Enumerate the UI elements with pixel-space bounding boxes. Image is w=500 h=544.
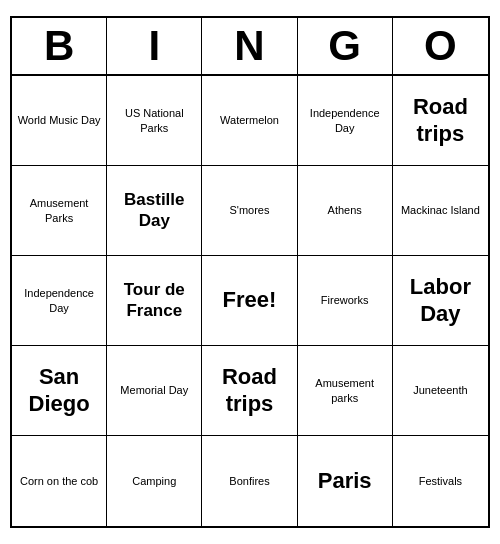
bingo-cell-1[interactable]: US National Parks [107,76,202,166]
cell-text-16: Memorial Day [120,383,188,397]
cell-text-5: Amusement Parks [16,196,102,225]
cell-text-18: Amusement parks [302,376,388,405]
bingo-cell-19[interactable]: Juneteenth [393,346,488,436]
bingo-cell-7[interactable]: S'mores [202,166,297,256]
bingo-cell-4[interactable]: Road trips [393,76,488,166]
bingo-card: B I N G O World Music DayUS National Par… [10,16,490,528]
bingo-cell-20[interactable]: Corn on the cob [12,436,107,526]
cell-text-2: Watermelon [220,113,279,127]
letter-i: I [107,18,202,74]
bingo-cell-18[interactable]: Amusement parks [298,346,393,436]
cell-text-21: Camping [132,474,176,488]
cell-text-24: Festivals [419,474,462,488]
cell-text-12: Free! [223,287,277,313]
bingo-cell-17[interactable]: Road trips [202,346,297,436]
cell-text-6: Bastille Day [111,190,197,231]
bingo-cell-14[interactable]: Labor Day [393,256,488,346]
bingo-grid: World Music DayUS National ParksWatermel… [12,76,488,526]
bingo-cell-16[interactable]: Memorial Day [107,346,202,436]
bingo-cell-22[interactable]: Bonfires [202,436,297,526]
bingo-cell-10[interactable]: Independence Day [12,256,107,346]
cell-text-20: Corn on the cob [20,474,98,488]
bingo-cell-6[interactable]: Bastille Day [107,166,202,256]
bingo-cell-0[interactable]: World Music Day [12,76,107,166]
letter-o: O [393,18,488,74]
cell-text-1: US National Parks [111,106,197,135]
bingo-cell-15[interactable]: San Diego [12,346,107,436]
bingo-cell-8[interactable]: Athens [298,166,393,256]
bingo-cell-9[interactable]: Mackinac Island [393,166,488,256]
cell-text-13: Fireworks [321,293,369,307]
cell-text-22: Bonfires [229,474,269,488]
cell-text-17: Road trips [206,364,292,417]
letter-b: B [12,18,107,74]
cell-text-10: Independence Day [16,286,102,315]
bingo-cell-11[interactable]: Tour de France [107,256,202,346]
bingo-cell-21[interactable]: Camping [107,436,202,526]
bingo-cell-12[interactable]: Free! [202,256,297,346]
cell-text-3: Independence Day [302,106,388,135]
bingo-cell-5[interactable]: Amusement Parks [12,166,107,256]
letter-n: N [202,18,297,74]
cell-text-19: Juneteenth [413,383,467,397]
bingo-cell-23[interactable]: Paris [298,436,393,526]
bingo-cell-24[interactable]: Festivals [393,436,488,526]
bingo-header: B I N G O [12,18,488,76]
cell-text-4: Road trips [397,94,484,147]
cell-text-8: Athens [328,203,362,217]
cell-text-15: San Diego [16,364,102,417]
cell-text-9: Mackinac Island [401,203,480,217]
cell-text-7: S'mores [229,203,269,217]
letter-g: G [298,18,393,74]
cell-text-23: Paris [318,468,372,494]
bingo-cell-13[interactable]: Fireworks [298,256,393,346]
bingo-cell-3[interactable]: Independence Day [298,76,393,166]
cell-text-0: World Music Day [18,113,101,127]
bingo-cell-2[interactable]: Watermelon [202,76,297,166]
cell-text-11: Tour de France [111,280,197,321]
cell-text-14: Labor Day [397,274,484,327]
